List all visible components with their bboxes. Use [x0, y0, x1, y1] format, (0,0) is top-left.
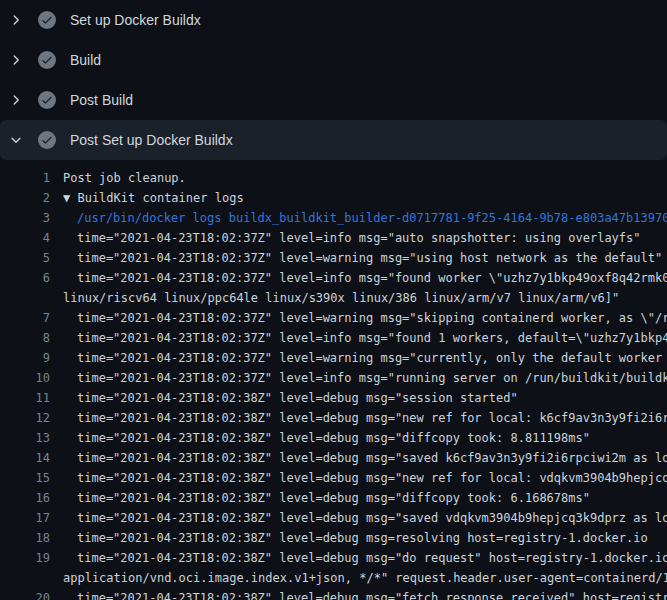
log-line-number[interactable] [0, 288, 50, 308]
log-line-text: time="2021-04-23T18:02:37Z" level=warnin… [63, 248, 667, 268]
log-line: application/vnd.oci.image.index.v1+json,… [0, 568, 667, 588]
log-line-number[interactable]: 8 [0, 328, 50, 348]
log-line-text: time="2021-04-23T18:02:38Z" level=debug … [63, 548, 667, 568]
log-line: 10 time="2021-04-23T18:02:37Z" level=inf… [0, 368, 667, 388]
log-viewer: 1 Post job cleanup. 2 ▼ BuildKit contain… [0, 160, 667, 600]
log-line-text: time="2021-04-23T18:02:37Z" level=info m… [63, 368, 667, 388]
log-line-number[interactable]: 15 [0, 468, 50, 488]
log-line-number[interactable]: 16 [0, 488, 50, 508]
log-line-number[interactable]: 20 [0, 588, 50, 600]
log-line: 4 time="2021-04-23T18:02:37Z" level=info… [0, 228, 667, 248]
log-line-text: time="2021-04-23T18:02:37Z" level=warnin… [63, 308, 667, 328]
log-line: 2 ▼ BuildKit container logs [0, 188, 667, 208]
log-line-text: time="2021-04-23T18:02:38Z" level=debug … [63, 448, 667, 468]
log-line-text: time="2021-04-23T18:02:37Z" level=info m… [63, 268, 667, 288]
step-title: Set up Docker Buildx [70, 0, 201, 40]
log-line-text: application/vnd.oci.image.index.v1+json,… [63, 568, 667, 588]
log-line-number[interactable]: 1 [0, 168, 50, 188]
log-line: 12 time="2021-04-23T18:02:38Z" level=deb… [0, 408, 667, 428]
log-line-number[interactable]: 6 [0, 268, 50, 288]
check-circle-icon [38, 91, 56, 109]
step-title: Build [70, 40, 101, 80]
log-line-number[interactable] [0, 568, 50, 588]
log-line-text: time="2021-04-23T18:02:38Z" level=debug … [63, 408, 667, 428]
log-line-text: time="2021-04-23T18:02:37Z" level=info m… [63, 228, 667, 248]
log-line-number[interactable]: 10 [0, 368, 50, 388]
step-title: Post Build [70, 80, 133, 120]
log-line: linux/riscv64 linux/ppc64le linux/s390x … [0, 288, 667, 308]
log-line-number[interactable]: 11 [0, 388, 50, 408]
step-row[interactable]: Post Build [0, 80, 667, 120]
log-line: 11 time="2021-04-23T18:02:38Z" level=deb… [0, 388, 667, 408]
log-line-text: time="2021-04-23T18:02:38Z" level=debug … [63, 508, 667, 528]
log-line: 14 time="2021-04-23T18:02:38Z" level=deb… [0, 448, 667, 468]
step-row[interactable]: Post Set up Docker Buildx [0, 120, 667, 160]
chevron-right-icon [8, 12, 24, 28]
log-line-text: time="2021-04-23T18:02:38Z" level=debug … [63, 388, 667, 408]
chevron-right-icon [8, 92, 24, 108]
check-circle-icon [38, 51, 56, 69]
log-line-text: Post job cleanup. [63, 168, 667, 188]
step-row[interactable]: Set up Docker Buildx [0, 0, 667, 40]
actions-log-panel: Set up Docker Buildx [0, 0, 667, 600]
log-line: 16 time="2021-04-23T18:02:38Z" level=deb… [0, 488, 667, 508]
log-line: 8 time="2021-04-23T18:02:37Z" level=info… [0, 328, 667, 348]
log-line-text: time="2021-04-23T18:02:38Z" level=debug … [63, 488, 667, 508]
chevron-right-icon [8, 52, 24, 68]
log-line-text: time="2021-04-23T18:02:38Z" level=debug … [63, 528, 667, 548]
log-line-text: linux/riscv64 linux/ppc64le linux/s390x … [63, 288, 667, 308]
log-line: 18 time="2021-04-23T18:02:38Z" level=deb… [0, 528, 667, 548]
log-line: 6 time="2021-04-23T18:02:37Z" level=info… [0, 268, 667, 288]
log-line: 1 Post job cleanup. [0, 168, 667, 188]
log-line-number[interactable]: 4 [0, 228, 50, 248]
log-line: 17 time="2021-04-23T18:02:38Z" level=deb… [0, 508, 667, 528]
log-line-number[interactable]: 5 [0, 248, 50, 268]
log-line-number[interactable]: 12 [0, 408, 50, 428]
step-title: Post Set up Docker Buildx [70, 120, 233, 160]
log-line-text: /usr/bin/docker logs buildx_buildkit_bui… [63, 208, 667, 228]
log-line-number[interactable]: 2 [0, 188, 50, 208]
log-line-number[interactable]: 18 [0, 528, 50, 548]
check-circle-icon [38, 131, 56, 149]
step-row[interactable]: Build [0, 40, 667, 80]
log-line: 7 time="2021-04-23T18:02:37Z" level=warn… [0, 308, 667, 328]
chevron-down-icon [8, 132, 24, 148]
log-line-text: time="2021-04-23T18:02:37Z" level=info m… [63, 328, 667, 348]
log-line: 20 time="2021-04-23T18:02:38Z" level=deb… [0, 588, 667, 600]
log-line: 5 time="2021-04-23T18:02:37Z" level=warn… [0, 248, 667, 268]
log-line-number[interactable]: 19 [0, 548, 50, 568]
log-line: 13 time="2021-04-23T18:02:38Z" level=deb… [0, 428, 667, 448]
log-line-text: time="2021-04-23T18:02:38Z" level=debug … [63, 588, 667, 600]
log-line-text[interactable]: ▼ BuildKit container logs [63, 188, 667, 208]
log-line-text: time="2021-04-23T18:02:38Z" level=debug … [63, 468, 667, 488]
log-line-number[interactable]: 14 [0, 448, 50, 468]
check-circle-icon [38, 11, 56, 29]
log-line-number[interactable]: 17 [0, 508, 50, 528]
log-line-number[interactable]: 9 [0, 348, 50, 368]
log-line-number[interactable]: 3 [0, 208, 50, 228]
log-line-text: time="2021-04-23T18:02:38Z" level=debug … [63, 428, 667, 448]
workflow-steps: Set up Docker Buildx [0, 0, 667, 160]
log-line-number[interactable]: 7 [0, 308, 50, 328]
log-line: 9 time="2021-04-23T18:02:37Z" level=warn… [0, 348, 667, 368]
log-line-text: time="2021-04-23T18:02:37Z" level=warnin… [63, 348, 667, 368]
log-line-number[interactable]: 13 [0, 428, 50, 448]
log-line: 19 time="2021-04-23T18:02:38Z" level=deb… [0, 548, 667, 568]
log-line: 3 /usr/bin/docker logs buildx_buildkit_b… [0, 208, 667, 228]
log-line: 15 time="2021-04-23T18:02:38Z" level=deb… [0, 468, 667, 488]
